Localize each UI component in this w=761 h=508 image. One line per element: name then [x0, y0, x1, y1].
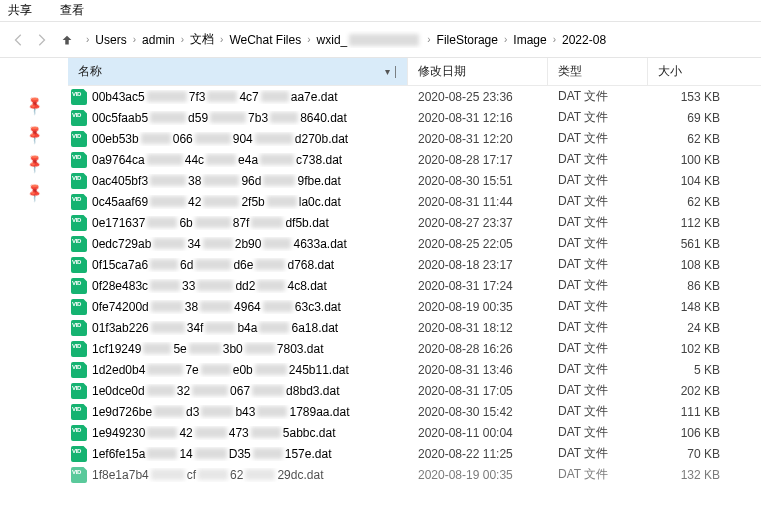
file-icon — [68, 257, 90, 273]
table-row[interactable]: 1ef6fe15a14D35157e.dat2020-08-22 11:25DA… — [68, 443, 761, 464]
file-icon — [68, 89, 90, 105]
file-date: 2020-08-31 12:16 — [408, 111, 548, 125]
table-row[interactable]: 0f15ca7a66dd6ed768.dat2020-08-18 23:17DA… — [68, 254, 761, 275]
breadcrumb-item[interactable]: 2022-08 — [562, 33, 606, 47]
file-icon — [68, 425, 90, 441]
file-name: 1f8e1a7b4cf6229dc.dat — [90, 468, 408, 482]
file-date: 2020-08-25 22:05 — [408, 237, 548, 251]
table-row[interactable]: 00b43ac57f34c7aa7e.dat2020-08-25 23:36DA… — [68, 86, 761, 107]
back-button[interactable] — [8, 29, 30, 51]
column-header-size[interactable]: 大小 — [648, 58, 728, 85]
table-row[interactable]: 1e0dce0d32067d8bd3.dat2020-08-31 17:05DA… — [68, 380, 761, 401]
file-date: 2020-08-22 11:25 — [408, 447, 548, 461]
file-size: 153 KB — [648, 90, 728, 104]
menu-share[interactable]: 共享 — [8, 2, 32, 19]
file-date: 2020-08-25 23:36 — [408, 90, 548, 104]
table-row[interactable]: 1d2ed0b47ee0b245b11.dat2020-08-31 13:46D… — [68, 359, 761, 380]
breadcrumb-separator-icon: › — [181, 34, 184, 45]
file-name: 0c45aaf69422f5bla0c.dat — [90, 195, 408, 209]
file-type: DAT 文件 — [548, 466, 648, 483]
file-type: DAT 文件 — [548, 424, 648, 441]
breadcrumb-separator-icon: › — [504, 34, 507, 45]
file-name: 0a9764ca44ce4ac738.dat — [90, 153, 408, 167]
menu-view[interactable]: 查看 — [60, 2, 84, 19]
up-button[interactable] — [56, 29, 78, 51]
file-name: 0fe74200d38496463c3.dat — [90, 300, 408, 314]
file-type: DAT 文件 — [548, 319, 648, 336]
forward-button[interactable] — [30, 29, 52, 51]
file-date: 2020-08-11 00:04 — [408, 426, 548, 440]
file-type: DAT 文件 — [548, 235, 648, 252]
breadcrumb-item[interactable]: WeChat Files — [229, 33, 301, 47]
table-row[interactable]: 0a9764ca44ce4ac738.dat2020-08-28 17:17DA… — [68, 149, 761, 170]
file-date: 2020-08-31 18:12 — [408, 321, 548, 335]
column-header-row: 名称 ▾ │ 修改日期 类型 大小 — [68, 58, 761, 86]
file-type: DAT 文件 — [548, 130, 648, 147]
column-header-type[interactable]: 类型 — [548, 58, 648, 85]
breadcrumb[interactable]: ›Users›admin›文档›WeChat Files›wxid_›FileS… — [86, 31, 606, 48]
pin-icon: 📌 — [23, 182, 45, 204]
file-size: 202 KB — [648, 384, 728, 398]
file-size: 62 KB — [648, 132, 728, 146]
file-name: 1e9d726bed3b431789aa.dat — [90, 405, 408, 419]
file-name: 0f28e483c33dd24c8.dat — [90, 279, 408, 293]
table-row[interactable]: 0c45aaf69422f5bla0c.dat2020-08-31 11:44D… — [68, 191, 761, 212]
file-size: 100 KB — [648, 153, 728, 167]
file-size: 108 KB — [648, 258, 728, 272]
file-date: 2020-08-30 15:51 — [408, 174, 548, 188]
column-header-date[interactable]: 修改日期 — [408, 58, 548, 85]
column-header-name[interactable]: 名称 ▾ │ — [68, 58, 408, 85]
file-name: 0ac405bf33896d9fbe.dat — [90, 174, 408, 188]
breadcrumb-item[interactable]: wxid_ — [317, 33, 422, 47]
table-row[interactable]: 1cf192495e3b07803.dat2020-08-28 16:26DAT… — [68, 338, 761, 359]
file-size: 106 KB — [648, 426, 728, 440]
file-type: DAT 文件 — [548, 109, 648, 126]
breadcrumb-separator-icon: › — [307, 34, 310, 45]
file-icon — [68, 299, 90, 315]
file-name: 0edc729ab342b904633a.dat — [90, 237, 408, 251]
breadcrumb-item[interactable]: FileStorage — [437, 33, 498, 47]
breadcrumb-separator-icon: › — [220, 34, 223, 45]
file-size: 69 KB — [648, 111, 728, 125]
file-icon — [68, 194, 90, 210]
file-icon — [68, 320, 90, 336]
table-row[interactable]: 00eb53b066904d270b.dat2020-08-31 12:20DA… — [68, 128, 761, 149]
breadcrumb-item[interactable]: 文档 — [190, 31, 214, 48]
pin-icon: 📌 — [23, 95, 45, 117]
file-name: 1e0dce0d32067d8bd3.dat — [90, 384, 408, 398]
breadcrumb-item[interactable]: Image — [513, 33, 546, 47]
table-row[interactable]: 1e9d726bed3b431789aa.dat2020-08-30 15:42… — [68, 401, 761, 422]
file-date: 2020-08-30 15:42 — [408, 405, 548, 419]
file-date: 2020-08-18 23:17 — [408, 258, 548, 272]
nav-row: ›Users›admin›文档›WeChat Files›wxid_›FileS… — [0, 22, 761, 58]
table-row[interactable]: 0f28e483c33dd24c8.dat2020-08-31 17:24DAT… — [68, 275, 761, 296]
file-type: DAT 文件 — [548, 382, 648, 399]
table-row[interactable]: 00c5faab5d597b38640.dat2020-08-31 12:16D… — [68, 107, 761, 128]
table-row[interactable]: 1e949230424735abbc.dat2020-08-11 00:04DA… — [68, 422, 761, 443]
file-size: 112 KB — [648, 216, 728, 230]
table-row[interactable]: 0edc729ab342b904633a.dat2020-08-25 22:05… — [68, 233, 761, 254]
file-name: 00c5faab5d597b38640.dat — [90, 111, 408, 125]
file-date: 2020-08-27 23:37 — [408, 216, 548, 230]
file-name: 00eb53b066904d270b.dat — [90, 132, 408, 146]
table-row[interactable]: 0fe74200d38496463c3.dat2020-08-19 00:35D… — [68, 296, 761, 317]
breadcrumb-item[interactable]: Users — [95, 33, 126, 47]
file-icon — [68, 152, 90, 168]
file-type: DAT 文件 — [548, 277, 648, 294]
pin-icon: 📌 — [23, 153, 45, 175]
quick-access-gutter: 📌 📌 📌 📌 — [0, 58, 68, 508]
file-size: 102 KB — [648, 342, 728, 356]
table-row[interactable]: 0e1716376b87fdf5b.dat2020-08-27 23:37DAT… — [68, 212, 761, 233]
file-date: 2020-08-28 16:26 — [408, 342, 548, 356]
file-name: 1cf192495e3b07803.dat — [90, 342, 408, 356]
table-row[interactable]: 1f8e1a7b4cf6229dc.dat2020-08-19 00:35DAT… — [68, 464, 761, 485]
column-name-label: 名称 — [78, 63, 102, 80]
file-type: DAT 文件 — [548, 361, 648, 378]
table-row[interactable]: 01f3ab22634fb4a6a18.dat2020-08-31 18:12D… — [68, 317, 761, 338]
file-name: 1ef6fe15a14D35157e.dat — [90, 447, 408, 461]
table-row[interactable]: 0ac405bf33896d9fbe.dat2020-08-30 15:51DA… — [68, 170, 761, 191]
pin-icon: 📌 — [23, 124, 45, 146]
file-size: 561 KB — [648, 237, 728, 251]
breadcrumb-item[interactable]: admin — [142, 33, 175, 47]
file-size: 111 KB — [648, 405, 728, 419]
